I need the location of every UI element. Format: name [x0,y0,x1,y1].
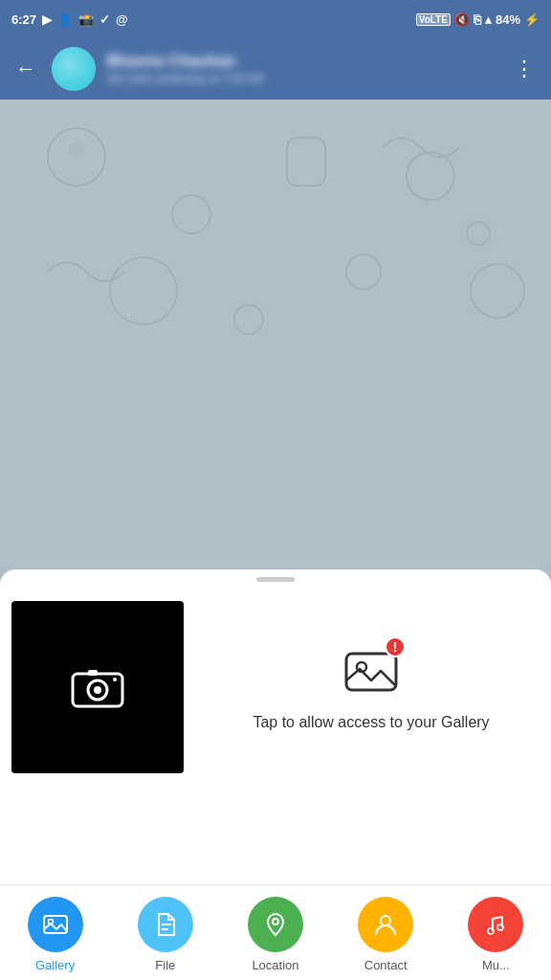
svg-rect-17 [44,916,67,933]
chat-toolbar: ← Bhavna Chauhan last seen yesterday at … [0,38,551,100]
svg-point-4 [407,152,454,200]
nav-item-file[interactable]: File [132,897,199,972]
gallery-nav-icon [41,910,70,939]
more-options-button[interactable]: ⋮ [510,53,540,85]
nav-item-contact[interactable]: Contact [352,897,419,972]
svg-point-8 [234,305,263,334]
svg-point-6 [346,255,381,289]
music-nav-icon-circle [468,897,523,952]
check-icon: ✓ [99,12,110,27]
music-nav-icon [481,910,510,939]
signal-icon: ▴ [485,12,492,27]
contact-name: Bhavna Chauhan [107,53,498,70]
contact-nav-icon [371,910,400,939]
sheet-content-area: ! Tap to allow access to your Gallery [0,593,551,789]
camera-thumbnail[interactable] [11,601,184,773]
time-display: 6:27 [11,12,36,27]
gallery-permission-prompt[interactable]: ! Tap to allow access to your Gallery [203,640,540,734]
svg-point-9 [467,222,490,245]
gallery-nav-icon-circle [28,897,83,952]
nav-item-location[interactable]: Location [242,897,309,972]
sheet-drag-handle[interactable] [256,577,295,582]
back-button[interactable]: ← [11,53,40,85]
nav-item-gallery[interactable]: Gallery [22,897,89,972]
charging-icon: ⚡ [524,12,540,27]
svg-point-5 [110,257,177,324]
svg-point-2 [172,195,210,234]
svg-point-22 [381,916,390,925]
svg-rect-3 [287,138,325,186]
svg-point-1 [69,142,84,157]
gallery-icon-container: ! [341,640,402,702]
status-right: VoLTE 🔇 ⎘ ▴ 84% ⚡ [416,12,540,27]
file-nav-icon [151,910,180,939]
music-nav-label: Mu... [482,958,510,972]
monitor-icon: 📸 [78,12,94,27]
svg-rect-13 [88,670,98,676]
file-nav-icon-circle [138,897,193,952]
contact-nav-icon-circle [358,897,413,952]
chat-background [0,100,551,358]
svg-rect-15 [346,654,396,690]
person-icon: 👤 [57,12,73,27]
status-left: 6:27 ▶ 👤 📸 ✓ @ [11,12,128,27]
location-nav-label: Location [252,958,298,972]
wifi-icon: ⎘ [474,12,481,27]
svg-point-12 [94,686,101,694]
contact-info[interactable]: Bhavna Chauhan last seen yesterday at 7:… [107,53,498,85]
battery-text: 84% [496,12,520,27]
svg-point-7 [471,264,524,318]
location-nav-icon [261,910,290,939]
volte-badge: VoLTE [416,13,451,26]
nav-icon: ▶ [42,12,52,27]
mute-icon: 🔇 [454,12,470,27]
contact-avatar[interactable] [52,47,96,91]
nav-item-music[interactable]: Mu... [462,897,529,972]
bg-pattern [0,100,551,358]
status-bar: 6:27 ▶ 👤 📸 ✓ @ VoLTE 🔇 ⎘ ▴ 84% ⚡ [0,0,551,38]
contact-nav-label: Contact [364,958,408,972]
file-nav-label: File [155,958,175,972]
gallery-permission-text: Tap to allow access to your Gallery [253,711,489,734]
svg-point-21 [273,919,278,924]
contact-status: last seen yesterday at 7:00 AM [107,72,498,85]
gallery-nav-label: Gallery [35,958,75,972]
svg-point-14 [113,678,117,681]
location-nav-icon-circle [248,897,303,952]
bottom-nav-bar: Gallery File Location [0,884,551,980]
at-icon: @ [116,12,128,27]
permission-alert-badge: ! [385,636,406,657]
camera-icon [71,664,124,710]
